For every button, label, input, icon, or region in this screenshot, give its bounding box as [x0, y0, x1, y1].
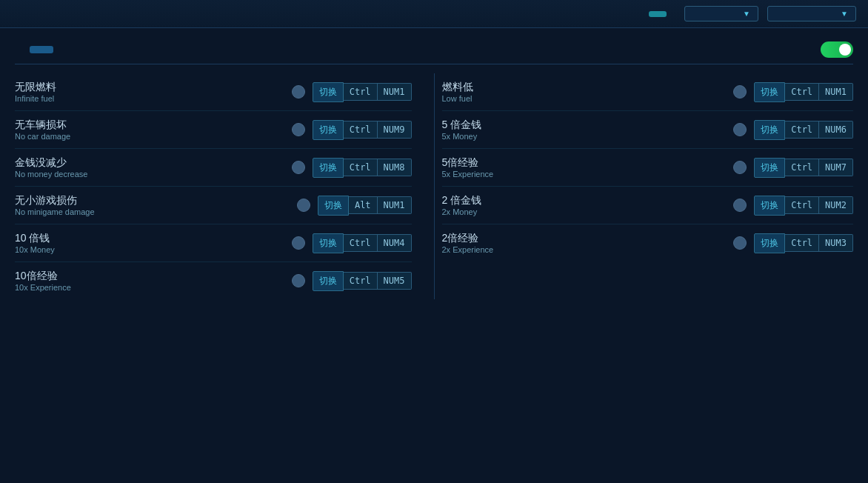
key-modifier-tag: Ctrl: [344, 234, 378, 252]
cheat-name-cn: 10 倍钱: [15, 232, 284, 245]
key-num-tag: NUM6: [819, 121, 853, 139]
close-all-button[interactable]: [30, 46, 53, 53]
key-num-tag: NUM4: [378, 234, 412, 252]
switch-button[interactable]: 切换: [313, 120, 344, 140]
cheat-row: 无限燃料Infinite fuel切换CtrlNUM1: [15, 73, 412, 111]
key-combo: 切换CtrlNUM2: [754, 196, 853, 216]
key-modifier-tag: Ctrl: [344, 83, 378, 101]
key-combo: 切换AltNUM1: [318, 196, 412, 216]
cheat-name: 10倍经验10x Experience: [15, 270, 284, 292]
cheat-name-cn: 无小游戏损伤: [15, 194, 290, 207]
chevron-down-icon: ▼: [841, 10, 848, 18]
cheat-toggle[interactable]: [733, 236, 747, 250]
header: ▼ ▼: [0, 0, 868, 28]
cheat-toggle[interactable]: [292, 274, 305, 287]
cheat-name: 无限燃料Infinite fuel: [15, 81, 284, 103]
key-modifier-tag: Ctrl: [344, 121, 378, 139]
chevron-down-icon: ▼: [743, 10, 750, 18]
cheat-name-en: 2x Money: [442, 207, 727, 216]
cheat-name-cn: 2倍经验: [442, 232, 727, 245]
cheat-name: 10 倍钱10x Money: [15, 232, 284, 254]
right-column: 燃料低Low fuel切换CtrlNUM15 倍金钱5x Money切换Ctrl…: [435, 73, 854, 299]
cheat-name-cn: 10倍经验: [15, 270, 284, 283]
cheat-name-en: 10x Experience: [15, 283, 284, 292]
cheat-name-cn: 2 倍金钱: [442, 194, 727, 207]
cheat-name-cn: 无车辆损坏: [15, 119, 284, 132]
switch-button[interactable]: 切换: [313, 158, 344, 178]
key-modifier-tag: Ctrl: [785, 159, 819, 176]
key-combo: 切换CtrlNUM5: [313, 271, 412, 291]
top-left: [15, 46, 53, 53]
key-combo: 切换CtrlNUM9: [313, 120, 412, 140]
key-modifier-tag: Ctrl: [785, 121, 819, 139]
cheat-toggle[interactable]: [292, 236, 305, 250]
cheat-name: 2倍经验2x Experience: [442, 232, 727, 254]
key-modifier-tag: Alt: [349, 196, 378, 214]
top-bar: [15, 36, 853, 64]
switch-button[interactable]: 切换: [754, 120, 785, 140]
switch-button[interactable]: 切换: [754, 158, 785, 178]
version-dropdown[interactable]: ▼: [767, 6, 856, 21]
cheat-name-en: 5x Experience: [442, 170, 727, 179]
cheat-row: 2 倍金钱2x Money切换CtrlNUM2: [442, 187, 854, 224]
key-num-tag: NUM7: [819, 159, 853, 176]
cheat-row: 5倍经验5x Experience切换CtrlNUM7: [442, 149, 854, 187]
cheat-toggle[interactable]: [292, 123, 305, 136]
key-num-tag: NUM1: [819, 83, 853, 101]
cheat-toggle[interactable]: [292, 85, 305, 99]
switch-button[interactable]: 切换: [313, 233, 344, 253]
cheat-toggle[interactable]: [733, 161, 747, 174]
cheat-name: 5 倍金钱5x Money: [442, 119, 727, 141]
cheat-name-cn: 无限燃料: [15, 81, 284, 94]
cheat-row: 无小游戏损伤No minigame damage切换AltNUM1: [15, 187, 412, 224]
switch-button[interactable]: 切换: [318, 196, 349, 216]
key-modifier-tag: Ctrl: [344, 272, 378, 290]
key-combo: 切换CtrlNUM6: [754, 120, 853, 140]
key-modifier-tag: Ctrl: [344, 159, 378, 176]
cheat-row: 燃料低Low fuel切换CtrlNUM1: [442, 73, 854, 111]
cheat-name-cn: 5倍经验: [442, 156, 727, 170]
cheat-name: 无车辆损坏No car damage: [15, 119, 284, 141]
cheat-name-en: No car damage: [15, 132, 284, 141]
cheat-toggle[interactable]: [292, 161, 305, 174]
cheat-name: 燃料低Low fuel: [442, 81, 727, 103]
key-modifier-tag: Ctrl: [785, 196, 819, 214]
key-modifier-tag: Ctrl: [785, 83, 819, 101]
switch-button[interactable]: 切换: [754, 233, 785, 253]
key-combo: 切换CtrlNUM4: [313, 233, 412, 253]
switch-button[interactable]: 切换: [313, 82, 344, 102]
key-modifier-tag: Ctrl: [785, 234, 819, 252]
key-combo: 切换CtrlNUM8: [313, 158, 412, 178]
platform-dropdown[interactable]: ▼: [684, 6, 758, 21]
cheat-name-cn: 金钱没减少: [15, 156, 284, 170]
header-right: ▼ ▼: [640, 6, 856, 21]
cheat-name-en: No minigame damage: [15, 207, 290, 216]
switch-button[interactable]: 切换: [313, 271, 344, 291]
cheat-row: 5 倍金钱5x Money切换CtrlNUM6: [442, 111, 854, 149]
key-num-tag: NUM9: [378, 121, 412, 139]
cheat-toggle[interactable]: [733, 199, 747, 212]
key-combo: 切换CtrlNUM7: [754, 158, 853, 178]
top-right: [812, 41, 853, 58]
cheat-toggle[interactable]: [297, 199, 310, 212]
hotkey-toggle[interactable]: [821, 41, 853, 58]
cheat-row: 金钱没减少No money decrease切换CtrlNUM8: [15, 149, 412, 187]
switch-button[interactable]: 切换: [754, 196, 785, 216]
key-num-tag: NUM1: [378, 83, 412, 101]
switch-button[interactable]: 切换: [754, 82, 785, 102]
cheat-toggle[interactable]: [733, 123, 747, 136]
key-combo: 切换CtrlNUM1: [754, 82, 853, 102]
key-num-tag: NUM2: [819, 196, 853, 214]
cheat-name: 5倍经验5x Experience: [442, 156, 727, 179]
cheat-name: 金钱没减少No money decrease: [15, 156, 284, 179]
cheat-name-en: 5x Money: [442, 132, 727, 141]
main-container: 无限燃料Infinite fuel切换CtrlNUM1无车辆损坏No car d…: [0, 28, 868, 307]
cheat-row: 10倍经验10x Experience切换CtrlNUM5: [15, 262, 412, 299]
key-num-tag: NUM1: [378, 196, 412, 214]
key-combo: 切换CtrlNUM3: [754, 233, 853, 253]
cheat-name: 2 倍金钱2x Money: [442, 194, 727, 216]
key-num-tag: NUM3: [819, 234, 853, 252]
cheat-toggle[interactable]: [733, 85, 747, 99]
cheat-name-cn: 燃料低: [442, 81, 727, 94]
mode-badge[interactable]: [649, 11, 667, 17]
